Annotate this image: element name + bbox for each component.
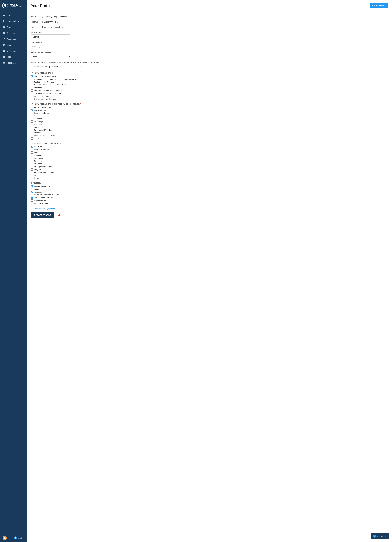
list-item[interactable]: Assessment (31, 191, 127, 193)
sidebar-item-courses[interactable]: Courses (0, 24, 26, 30)
app-logo: AQUIFER Powered by Aqueduct (0, 0, 26, 11)
sidebar-item-users[interactable]: Users (0, 42, 26, 48)
sidebar: AQUIFER Powered by Aqueduct Home Content… (0, 0, 26, 542)
logout-icon (14, 537, 17, 539)
list-item[interactable]: Radiology (31, 160, 127, 162)
sidebar-item-home[interactable]: Home (0, 12, 26, 18)
list-item[interactable]: Family Medicine (31, 146, 127, 148)
email-label: Email: (31, 16, 42, 18)
courses-icon (3, 26, 5, 29)
list-item[interactable]: Women's Health/OBGYN (31, 135, 127, 137)
list-item[interactable]: Clerkships/Clinical Courses (31, 75, 127, 77)
arrow-line (59, 215, 88, 215)
assessment-icon (3, 32, 5, 35)
role-value: Curriculum Administrator (42, 26, 64, 28)
logo-circle (2, 3, 8, 9)
list-item[interactable]: Women's Health/OBGYN (31, 171, 127, 173)
disciplines-checkboxes: All - entire curriculum Family Medicine … (31, 106, 127, 140)
first-name-label: FIRST NAME * (31, 32, 127, 34)
sidebar-item-assessment[interactable]: Assessment (0, 30, 26, 36)
degree-group: PROFESSIONAL DEGREE PhD MD DO PharmD RN … (31, 52, 127, 59)
update-profile-button[interactable]: UPDATE PROFILE (31, 212, 54, 218)
sidebar-item-help[interactable]: Help (0, 54, 26, 60)
list-item[interactable]: All - entire curriculum (31, 106, 127, 108)
list-item[interactable]: Academic coaching (31, 188, 127, 190)
disciplines-section: I WORK WITH LEARNERS IN THE FOLLOWING DI… (31, 103, 127, 140)
list-item[interactable]: Pediatrics (31, 115, 127, 117)
first-name-input[interactable] (31, 34, 70, 39)
app-name: AQUIFER (10, 4, 22, 6)
list-item[interactable]: Other (31, 137, 127, 140)
list-item[interactable]: Surgery (31, 168, 127, 171)
list-item[interactable]: Longitudinal Integrated Clerkships/Clini… (31, 78, 127, 80)
learners-section: I WORK WITH LEARNERS IN: * Clerkships/Cl… (31, 72, 127, 100)
list-item[interactable]: Faculty development (31, 185, 127, 187)
role-question-select[interactable]: Course or Clerkship Director Program Dir… (31, 64, 82, 69)
list-item[interactable]: Surgery (31, 132, 127, 134)
edit-password-button[interactable]: Edit Password (370, 3, 388, 8)
list-item[interactable]: Other Pre-Clinical Courses/Didactic Cour… (31, 84, 127, 86)
list-item[interactable]: None (31, 174, 127, 176)
profile-form: Email: g.omalley@sampleuniversity.edu Pr… (26, 11, 131, 223)
program-row: Program: Sample University (31, 20, 127, 24)
degree-label: PROFESSIONAL DEGREE (31, 52, 127, 53)
list-item[interactable]: High Value Care (31, 202, 127, 204)
program-label: Program: (31, 21, 42, 23)
interests-checkboxes: Faculty development Academic coaching As… (31, 185, 127, 204)
list-item[interactable]: Geriatrics (31, 118, 127, 120)
list-item[interactable]: Basic Science Courses (31, 81, 127, 83)
list-item[interactable]: Palliative Care (31, 200, 127, 201)
arrow-indicator (58, 214, 88, 216)
role-question-label: WHICH OF THE FOLLOWING BEST DESCRIBES YO… (31, 62, 127, 63)
page-header: Your Profile Edit Password (26, 0, 392, 11)
role-label: Role: (31, 26, 42, 28)
list-item[interactable]: Geriatrics (31, 154, 127, 157)
sidebar-item-resources[interactable]: Resources ▾ (0, 36, 26, 42)
search-icon (3, 20, 5, 23)
logout-button[interactable]: Log Out (14, 537, 24, 539)
first-name-group: FIRST NAME * (31, 32, 127, 39)
interests-section: INTERESTS: Faculty development Academic … (31, 182, 127, 204)
view-agreement-link[interactable]: View Aquifer User Agreement (31, 207, 55, 210)
feedback-icon (3, 61, 5, 64)
list-item[interactable]: I do not work with learners (31, 98, 127, 100)
list-item[interactable]: Neurology (31, 157, 127, 159)
program-value: Sample University (42, 21, 58, 23)
help-icon (3, 55, 5, 58)
list-item[interactable]: Internal Medicine (31, 112, 127, 114)
email-row: Email: g.omalley@sampleuniversity.edu (31, 14, 127, 19)
sidebar-item-my-reports[interactable]: My Reports (0, 48, 26, 54)
list-item[interactable]: Residency/Fellowship (31, 95, 127, 97)
list-item[interactable]: Anesthesia (31, 126, 127, 128)
home-icon (3, 14, 5, 17)
sidebar-item-content-library[interactable]: Content Library (0, 18, 26, 24)
list-item[interactable]: Trauma-informed care (31, 197, 127, 199)
sidebar-item-feedback[interactable]: Feedback (0, 60, 26, 66)
sidebar-bottom: Log Out (0, 534, 26, 542)
last-name-input[interactable] (31, 44, 70, 49)
help-question-icon: ? (373, 535, 376, 538)
resources-icon (3, 38, 5, 40)
users-icon (3, 43, 5, 46)
list-item[interactable]: Neurology (31, 120, 127, 123)
list-item[interactable]: Social determinants of health (31, 194, 127, 196)
user-avatar (3, 536, 7, 540)
sidebar-nav: Home Content Library Courses Assessment … (0, 11, 26, 534)
list-item[interactable]: Transition to Residency/Practice (31, 92, 127, 94)
update-profile-section: UPDATE PROFILE (31, 212, 127, 218)
list-item[interactable]: Emergency Medicine (31, 129, 127, 131)
interests-label: INTERESTS: (31, 182, 127, 184)
list-item[interactable]: Radiology (31, 123, 127, 125)
list-item[interactable]: Pediatrics (31, 152, 127, 154)
degree-select[interactable]: PhD MD DO PharmD RN PA NP Other (31, 54, 70, 59)
list-item[interactable]: Other (31, 177, 127, 179)
need-help-widget[interactable]: ? Need Help? (371, 533, 389, 539)
page-title: Your Profile (31, 4, 51, 8)
list-item[interactable]: Anesthesia (31, 163, 127, 165)
list-item[interactable]: Internal Medicine (31, 149, 127, 151)
reports-icon (3, 49, 5, 52)
list-item[interactable]: Emergency Medicine (31, 166, 127, 168)
list-item[interactable]: Sub-I/Advanced Clinical Courses (31, 89, 127, 92)
list-item[interactable]: Family Medicine (31, 109, 127, 111)
list-item[interactable]: Electives (31, 87, 127, 89)
